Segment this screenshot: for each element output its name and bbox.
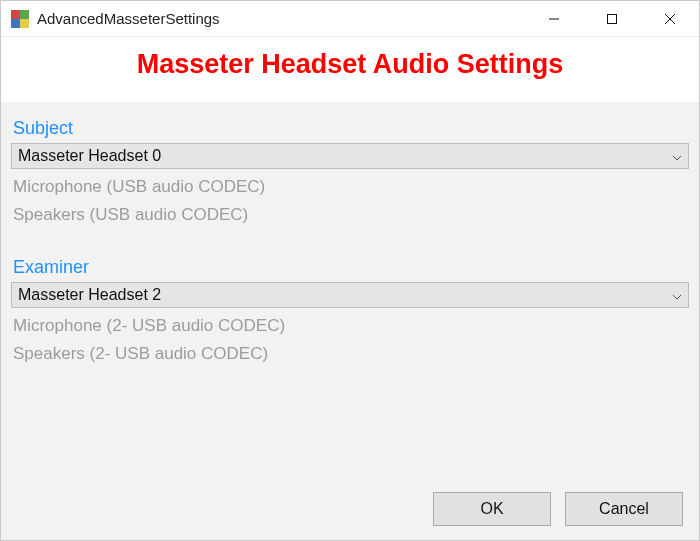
window-frame: AdvancedMasseterSettings Masseter Headse… [0,0,700,541]
examiner-speakers-line: Speakers (2- USB audio CODEC) [13,344,689,364]
window-title: AdvancedMasseterSettings [37,10,220,27]
page-title: Masseter Headset Audio Settings [1,49,699,80]
minimize-icon [548,13,560,25]
ok-button[interactable]: OK [433,492,551,526]
chevron-down-icon [672,147,682,165]
maximize-button[interactable] [583,1,641,37]
maximize-icon [606,13,618,25]
app-icon [11,10,29,28]
title-bar: AdvancedMasseterSettings [1,1,699,37]
examiner-group: Examiner Masseter Headset 2 Microphone (… [11,251,689,364]
subject-label: Subject [13,118,689,139]
subject-headset-value: Masseter Headset 0 [18,147,161,165]
examiner-microphone-line: Microphone (2- USB audio CODEC) [13,316,689,336]
button-row: OK Cancel [11,478,689,540]
cancel-button[interactable]: Cancel [565,492,683,526]
subject-speakers-line: Speakers (USB audio CODEC) [13,205,689,225]
chevron-down-icon [672,286,682,304]
examiner-label: Examiner [13,257,689,278]
subject-group: Subject Masseter Headset 0 Microphone (U… [11,112,689,225]
content-area: Subject Masseter Headset 0 Microphone (U… [1,102,699,540]
examiner-headset-select[interactable]: Masseter Headset 2 [11,282,689,308]
svg-rect-1 [608,14,617,23]
minimize-button[interactable] [525,1,583,37]
subject-headset-select[interactable]: Masseter Headset 0 [11,143,689,169]
subject-microphone-line: Microphone (USB audio CODEC) [13,177,689,197]
close-button[interactable] [641,1,699,37]
close-icon [664,13,676,25]
examiner-headset-value: Masseter Headset 2 [18,286,161,304]
